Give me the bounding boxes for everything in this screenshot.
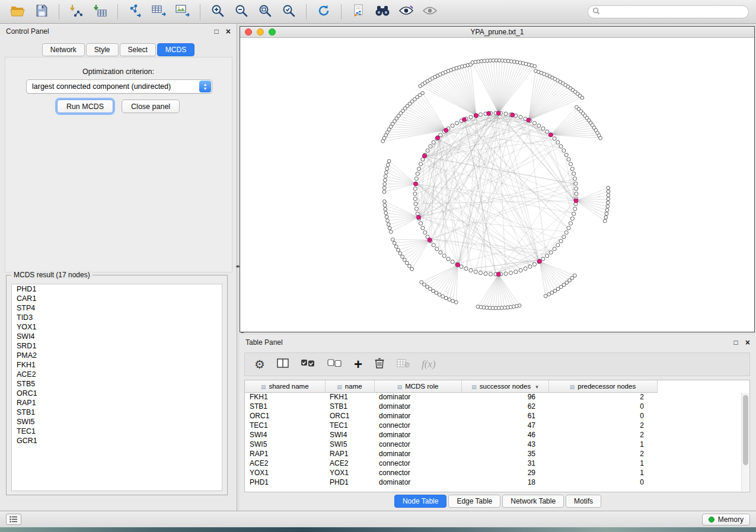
cell-name[interactable]: YOX1	[325, 468, 374, 477]
zoom-out-button[interactable]	[231, 2, 252, 21]
cell-name[interactable]: SWI5	[325, 440, 374, 449]
cell-predecessors[interactable]: 1	[548, 468, 657, 477]
table-row[interactable]: ACE2ACE2connector311	[245, 459, 657, 468]
toggle-graphics-details-button[interactable]	[419, 2, 441, 21]
import-table-button[interactable]	[90, 2, 111, 21]
cell-shared-name[interactable]: SWI5	[245, 440, 325, 449]
cell-name[interactable]: FKH1	[325, 392, 374, 402]
cell-predecessors[interactable]: 2	[548, 430, 657, 440]
cell-name[interactable]: PHD1	[325, 477, 374, 487]
cell-successors[interactable]: 18	[461, 477, 548, 487]
tab-mcds[interactable]: MCDS	[157, 43, 194, 56]
table-row[interactable]: TEC1TEC1connector472	[245, 421, 657, 430]
column-header-name[interactable]: ▤name	[325, 380, 374, 392]
cell-name[interactable]: TEC1	[325, 421, 374, 430]
cell-role[interactable]: dominator	[374, 477, 461, 487]
table-settings-button[interactable]: ⚙	[254, 358, 265, 370]
cell-shared-name[interactable]: ORC1	[245, 411, 325, 421]
cell-successors[interactable]: 47	[461, 421, 548, 430]
cell-role[interactable]: dominator	[374, 402, 461, 411]
close-mcds-panel-button[interactable]: Close panel	[122, 100, 180, 113]
minimize-window-icon[interactable]	[257, 28, 264, 36]
cell-predecessors[interactable]: 0	[548, 411, 657, 421]
scrollbar-thumb[interactable]	[743, 395, 748, 465]
cell-shared-name[interactable]: TEC1	[245, 421, 325, 430]
search-input[interactable]	[603, 8, 744, 16]
zoom-fit-button[interactable]	[254, 2, 276, 21]
table-row[interactable]: YOX1YOX1connector291	[245, 468, 657, 477]
open-session-button[interactable]	[7, 2, 28, 21]
export-table-button[interactable]	[148, 2, 170, 21]
delete-column-button[interactable]	[374, 357, 385, 371]
column-header-successor-nodes[interactable]: ▤successor nodes▾	[461, 380, 548, 392]
mcds-result-list[interactable]: PHD1CAR1STP4TID3YOX1SWI4SRD1PMA2FKH1ACE2…	[11, 284, 222, 491]
cell-role[interactable]: dominator	[374, 430, 461, 440]
save-session-button[interactable]	[31, 2, 52, 21]
select-all-columns-button[interactable]	[301, 359, 315, 370]
cell-shared-name[interactable]: RAP1	[245, 449, 325, 459]
mcds-result-item[interactable]: STP4	[12, 303, 222, 313]
mcds-result-item[interactable]: GCR1	[12, 436, 222, 446]
mcds-result-item[interactable]: SWI5	[12, 417, 222, 427]
cell-predecessors[interactable]: 2	[548, 392, 657, 402]
unselect-all-columns-button[interactable]	[327, 359, 342, 370]
zoom-in-button[interactable]	[207, 2, 228, 21]
optimization-criterion-select[interactable]: largest connected component (undirected)…	[26, 79, 212, 94]
cell-role[interactable]: connector	[374, 421, 461, 430]
mcds-result-item[interactable]: STB5	[12, 379, 222, 389]
run-mcds-button[interactable]: Run MCDS	[57, 100, 113, 113]
cell-predecessors[interactable]: 2	[548, 449, 657, 459]
status-menu-button[interactable]	[6, 514, 21, 525]
cell-shared-name[interactable]: STB1	[245, 402, 325, 411]
cell-predecessors[interactable]: 1	[548, 440, 657, 449]
export-image-button[interactable]	[172, 2, 193, 21]
table-row[interactable]: PHD1PHD1dominator180	[245, 477, 657, 487]
show-columns-button[interactable]	[277, 358, 289, 370]
cell-successors[interactable]: 62	[461, 402, 548, 411]
export-network-button[interactable]	[125, 2, 146, 21]
cell-predecessors[interactable]: 0	[548, 402, 657, 411]
cell-name[interactable]: ACE2	[325, 459, 374, 468]
mcds-result-item[interactable]: SWI4	[12, 332, 222, 341]
tab-network-table[interactable]: Network Table	[502, 495, 564, 508]
table-row[interactable]: RAP1RAP1dominator352	[245, 449, 657, 459]
tab-motifs[interactable]: Motifs	[566, 495, 601, 508]
import-network-button[interactable]	[66, 2, 87, 21]
cell-name[interactable]: STB1	[325, 402, 374, 411]
table-row[interactable]: SWI5SWI5connector431	[245, 440, 657, 449]
mcds-result-item[interactable]: ACE2	[12, 370, 222, 379]
toolbar-search[interactable]	[588, 5, 749, 18]
cell-shared-name[interactable]: ACE2	[245, 459, 325, 468]
create-column-button[interactable]: +	[354, 358, 362, 370]
search-network-button[interactable]	[372, 2, 393, 21]
cell-successors[interactable]: 96	[461, 392, 548, 402]
table-row[interactable]: ORC1ORC1dominator610	[245, 411, 657, 421]
maximize-window-icon[interactable]	[269, 28, 276, 36]
cell-shared-name[interactable]: SWI4	[245, 430, 325, 440]
clone-network-button[interactable]	[348, 2, 369, 21]
cell-shared-name[interactable]: FKH1	[245, 392, 325, 402]
cell-shared-name[interactable]: YOX1	[245, 468, 325, 477]
mcds-result-item[interactable]: PMA2	[12, 351, 222, 360]
tab-network[interactable]: Network	[42, 43, 85, 56]
apply-layout-button[interactable]	[313, 2, 334, 21]
close-panel-icon[interactable]: ×	[226, 28, 231, 35]
vertical-splitter-handle[interactable]: ◂▸	[235, 263, 240, 269]
cell-successors[interactable]: 29	[461, 468, 548, 477]
table-row[interactable]: FKH1FKH1dominator962	[245, 392, 657, 402]
cell-role[interactable]: dominator	[374, 411, 461, 421]
cell-shared-name[interactable]: PHD1	[245, 477, 325, 487]
cell-successors[interactable]: 35	[461, 449, 548, 459]
cell-role[interactable]: dominator	[374, 392, 461, 402]
cell-successors[interactable]: 46	[461, 430, 548, 440]
cell-role[interactable]: connector	[374, 459, 461, 468]
float-panel-icon[interactable]: □	[734, 339, 738, 346]
cell-successors[interactable]: 31	[461, 459, 548, 468]
mcds-result-item[interactable]: STB1	[12, 408, 222, 417]
mcds-result-item[interactable]: CAR1	[12, 294, 222, 303]
float-panel-icon[interactable]: □	[215, 28, 219, 35]
mcds-result-item[interactable]: PHD1	[12, 284, 222, 294]
cell-predecessors[interactable]: 2	[548, 421, 657, 430]
mcds-result-item[interactable]: TEC1	[12, 427, 222, 436]
mcds-result-item[interactable]: TID3	[12, 313, 222, 322]
